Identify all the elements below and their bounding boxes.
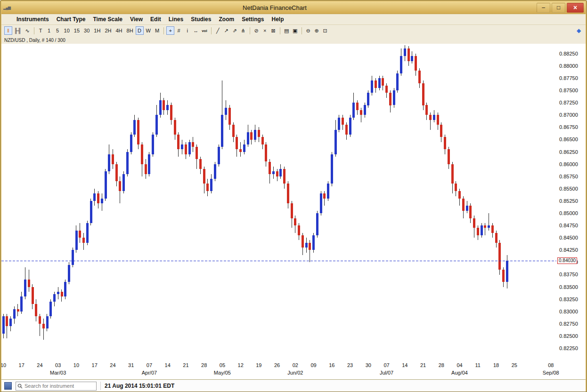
time-axis-month-label: Aug/04 [451, 370, 468, 376]
time-axis-day-label: 07 [147, 362, 152, 368]
timescale-d-button[interactable]: D [136, 26, 144, 35]
time-axis-month-label: Apr/07 [142, 370, 157, 376]
menu-item-lines[interactable]: Lines [165, 15, 187, 24]
price-axis-label: 0.87500 [559, 88, 578, 93]
time-axis-day-label: 14 [402, 362, 408, 368]
price-axis-label: 0.86750 [559, 124, 578, 130]
price-axis-label: 0.86000 [559, 161, 578, 167]
price-axis-label: 0.84500 [559, 235, 578, 240]
delete-button[interactable]: × [261, 26, 269, 35]
price-axis-label: 0.88000 [559, 63, 578, 69]
status-bar: 21 Aug 2014 15:01:01 EDT [1, 379, 586, 392]
price-axis-label: 0.87250 [559, 100, 578, 105]
menu-item-time-scale[interactable]: Time Scale [89, 15, 126, 24]
time-axis[interactable]: 1017240310172431071421280512192602091623… [1, 360, 556, 379]
netdania-button[interactable]: ◆ [575, 26, 583, 35]
zoom-in-button[interactable]: ⊕ [313, 26, 321, 35]
timescale-15-button[interactable]: 15 [72, 26, 82, 35]
search-input[interactable] [16, 382, 97, 391]
timescale-1-button[interactable]: 1 [45, 26, 53, 35]
search-icon [17, 384, 23, 389]
instrument-link-icon[interactable] [4, 382, 12, 390]
time-axis-day-label: 24 [110, 362, 115, 368]
timescale-10-button[interactable]: 10 [62, 26, 72, 35]
timescale-t-button[interactable]: T [37, 26, 45, 35]
time-axis-month-label: Jun/02 [287, 370, 303, 376]
time-axis-day-label: 14 [165, 362, 171, 368]
price-axis-label: 0.82500 [559, 333, 578, 339]
time-axis-month-label: May/05 [214, 370, 231, 376]
channel-button[interactable]: ⇗ [231, 26, 239, 35]
timescale-4h-button[interactable]: 4H [114, 26, 124, 35]
price-axis-label: 0.85500 [559, 186, 578, 192]
timescale-2h-button[interactable]: 2H [103, 26, 113, 35]
ohlc-bar-chart-button[interactable]: ╟╢ [13, 26, 23, 35]
price-axis-label: 0.83750 [559, 272, 578, 277]
line-chart-button[interactable]: ∿ [24, 26, 32, 35]
time-axis-month-label: Sep/08 [543, 370, 559, 376]
crosshair-button[interactable]: + [166, 26, 174, 35]
close-button[interactable]: × [567, 3, 584, 13]
time-axis-month-label: Jul/07 [380, 370, 393, 376]
timescale-8h-button[interactable]: 8H [125, 26, 135, 35]
candlestick-chart-svg[interactable] [1, 44, 556, 360]
candlestick-chart-button[interactable]: ‖ [4, 26, 12, 35]
price-axis-label: 0.85750 [559, 174, 578, 179]
pan-button[interactable]: ↔ [192, 26, 200, 35]
time-axis-day-label: 16 [329, 362, 334, 368]
info-button[interactable]: i [183, 26, 191, 35]
time-axis-month-label: Mar/03 [50, 370, 66, 376]
ray-button[interactable]: ↗ [222, 26, 230, 35]
time-axis-day-label: 04 [457, 362, 462, 368]
time-axis-day-label: 28 [201, 362, 207, 368]
volume-button[interactable]: vol [200, 26, 209, 35]
print-button[interactable]: ▤ [283, 26, 291, 35]
title-bar[interactable]: ▂▄▆ NetDania FinanceChart – □ × [1, 1, 586, 14]
timescale-m-button[interactable]: M [153, 26, 161, 35]
menu-item-view[interactable]: View [126, 15, 147, 24]
minimize-button[interactable]: – [537, 3, 550, 13]
menu-item-chart-type[interactable]: Chart Type [53, 15, 90, 24]
price-axis-label: 0.84250 [559, 247, 578, 253]
menu-item-help[interactable]: Help [268, 15, 287, 24]
time-axis-day-label: 24 [37, 362, 42, 368]
window-controls: – □ × [537, 3, 584, 13]
pitchfork-button[interactable]: ⋔ [239, 26, 247, 35]
remove-line-button[interactable]: ⊘ [253, 26, 261, 35]
price-axis-label: 0.88250 [559, 51, 578, 56]
time-axis-day-label: 21 [420, 362, 426, 368]
time-axis-day-label: 10 [1, 362, 6, 368]
price-axis-label: 0.82250 [559, 345, 578, 351]
menu-item-instruments[interactable]: Instruments [13, 15, 53, 24]
time-axis-day-label: 26 [274, 362, 280, 368]
price-axis-label: 0.83000 [559, 309, 578, 314]
timescale-w-button[interactable]: W [144, 26, 153, 35]
timescale-30-button[interactable]: 30 [82, 26, 91, 35]
grid-button[interactable]: # [175, 26, 183, 35]
zoom-out-button[interactable]: ⊖ [304, 26, 312, 35]
trendline-button[interactable]: ╱ [214, 26, 222, 35]
toolbar: ‖╟╢∿T151015301H2H4H8HDWM+#i↔vol╱↗⇗⋔⊘×⊠▤▣… [1, 24, 586, 36]
candle-series [2, 45, 508, 340]
time-axis-day-label: 08 [548, 362, 554, 368]
zoom-reset-button[interactable]: ⊡ [321, 26, 329, 35]
maximize-button[interactable]: □ [552, 3, 565, 13]
last-price-marker: 0.84030 [557, 257, 577, 264]
status-separator [100, 382, 101, 390]
menu-item-studies[interactable]: Studies [187, 15, 215, 24]
menu-item-zoom[interactable]: Zoom [215, 15, 238, 24]
menu-item-settings[interactable]: Settings [238, 15, 268, 24]
print-preview-button[interactable]: ▣ [291, 26, 299, 35]
toolbar-separator [34, 27, 34, 34]
price-axis[interactable]: 0.84030 0.882500.880000.877500.875000.87… [556, 44, 586, 360]
time-axis-day-label: 11 [475, 362, 481, 368]
clear-all-button[interactable]: ⊠ [269, 26, 277, 35]
menu-item-edit[interactable]: Edit [147, 15, 165, 24]
timescale-5-button[interactable]: 5 [54, 26, 62, 35]
chart-plot[interactable] [1, 44, 556, 360]
toolbar-separator [211, 27, 212, 34]
timescale-1h-button[interactable]: 1H [92, 26, 102, 35]
time-axis-day-label: 10 [73, 362, 79, 368]
time-axis-day-label: 12 [238, 362, 244, 368]
toolbar-separator [302, 27, 302, 34]
